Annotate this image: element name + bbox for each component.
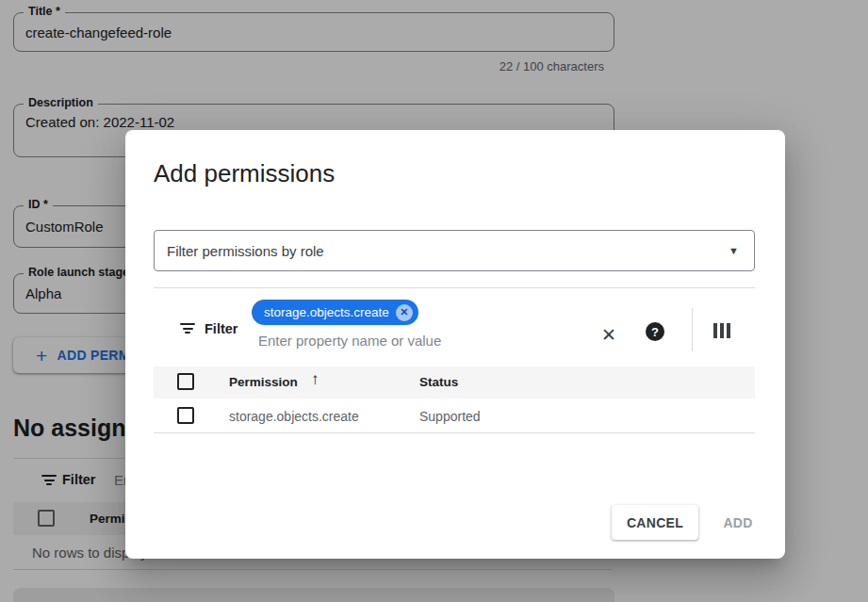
filter-funnel-icon	[180, 323, 195, 335]
filter-permissions-by-role-select[interactable]: Filter permissions by role ▼	[154, 230, 755, 271]
divider	[154, 287, 755, 288]
row-status-cell: Supported	[419, 409, 481, 424]
add-button[interactable]: ADD	[710, 505, 766, 540]
screen: Title * create-changefeed-role 22 / 100 …	[0, 0, 868, 602]
dropdown-arrow-icon: ▼	[729, 245, 739, 256]
vertical-divider	[692, 308, 693, 351]
clear-filter-icon[interactable]: ✕	[601, 324, 616, 346]
chip-remove-icon[interactable]: ✕	[396, 304, 413, 321]
role-select-placeholder: Filter permissions by role	[167, 243, 324, 259]
add-permissions-dialog: Add permissions Filter permissions by ro…	[125, 130, 785, 559]
column-display-icon[interactable]	[713, 323, 730, 338]
dialog-title: Add permissions	[154, 159, 335, 188]
filter-chip[interactable]: storage.objects.create ✕	[252, 300, 418, 325]
select-all-checkbox[interactable]	[177, 373, 194, 390]
row-checkbox[interactable]	[177, 407, 194, 424]
dialog-filter-label: Filter	[205, 321, 237, 336]
sort-ascending-icon[interactable]: ↑	[311, 370, 319, 389]
filter-chip-text: storage.objects.create	[264, 305, 389, 319]
row-permission-cell: storage.objects.create	[229, 409, 359, 424]
help-icon[interactable]: ?	[646, 322, 664, 341]
status-column-header[interactable]: Status	[419, 375, 458, 389]
row-divider	[154, 432, 755, 433]
cancel-button[interactable]: CANCEL	[612, 505, 698, 540]
permission-column-header[interactable]: Permission	[229, 375, 298, 389]
filter-input[interactable]	[258, 330, 569, 350]
